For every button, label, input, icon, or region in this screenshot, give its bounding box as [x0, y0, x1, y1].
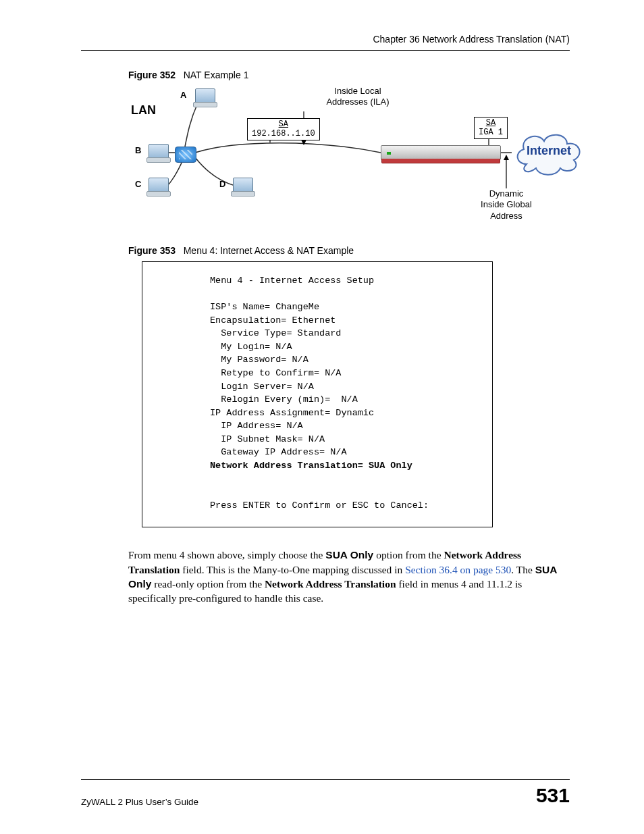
lan-label: LAN	[131, 103, 156, 118]
menu-line: Gateway IP Address= N/A	[210, 447, 347, 457]
menu-line: My Login= N/A	[210, 342, 292, 352]
svg-marker-3	[504, 155, 509, 160]
pc-icon	[193, 88, 216, 107]
menu-line: IP Address= N/A	[210, 421, 303, 431]
router-icon	[381, 145, 501, 160]
menu-nat-line: Network Address Translation= SUA Only	[210, 461, 412, 471]
figure-number: Figure 353	[128, 245, 176, 256]
page-number: 531	[536, 784, 570, 807]
footer-guide-title: ZyWALL 2 Plus User’s Guide	[81, 797, 198, 807]
menu-prompt: Press ENTER to Confirm or ESC to Cancel:	[210, 500, 429, 511]
menu-line: Encapsulation= Ethernet	[210, 315, 336, 325]
chapter-header: Chapter 36 Network Address Translation (…	[81, 34, 570, 50]
header-rule	[81, 50, 570, 51]
pc-icon	[231, 178, 254, 197]
svg-marker-1	[301, 140, 306, 145]
menu-title: Menu 4 - Internet Access Setup	[210, 276, 374, 286]
menu-line: IP Address Assignment= Dynamic	[210, 408, 374, 418]
menu-line: ISP's Name= ChangeMe	[210, 302, 319, 312]
switch-icon	[175, 147, 196, 163]
menu-line: IP Subnet Mask= N/A	[210, 434, 325, 444]
host-d-label: D	[219, 179, 225, 189]
host-c-label: C	[135, 179, 141, 189]
figure-title: NAT Example 1	[184, 70, 249, 80]
sa-iga-box: SAIGA 1	[474, 117, 508, 139]
internet-label: Internet	[512, 144, 586, 158]
menu-line: My Password= N/A	[210, 355, 308, 365]
menu-screen: Menu 4 - Internet Access Setup ISP's Nam…	[142, 261, 493, 527]
host-b-label: B	[135, 145, 141, 155]
menu-line: Retype to Confirm= N/A	[210, 368, 341, 378]
host-a-label: A	[180, 90, 186, 100]
ila-callout: Inside LocalAddresses (ILA)	[317, 86, 398, 108]
figure-353-caption: Figure 353 Menu 4: Internet Access & NAT…	[128, 245, 570, 256]
internet-cloud-icon: Internet	[512, 128, 586, 176]
sa-ila-box: SA192.168..1.10	[247, 118, 320, 140]
nat-diagram: LAN A B C D Inside LocalAddresses (ILA) …	[128, 86, 560, 233]
body-paragraph: From menu 4 shown above, simply choose t…	[128, 548, 567, 606]
figure-352-caption: Figure 352 NAT Example 1	[128, 70, 570, 80]
menu-line: Relogin Every (min)= N/A	[210, 394, 358, 405]
menu-line: Service Type= Standard	[210, 328, 341, 338]
pc-icon	[146, 144, 169, 163]
dynamic-iga-callout: Dynamic Inside Global Address	[473, 188, 540, 221]
section-xref-link[interactable]: Section 36.4 on page 530	[405, 564, 511, 575]
menu-line: Login Server= N/A	[210, 382, 314, 392]
figure-number: Figure 352	[128, 70, 176, 80]
pc-icon	[146, 178, 169, 197]
figure-title: Menu 4: Internet Access & NAT Example	[184, 245, 354, 256]
